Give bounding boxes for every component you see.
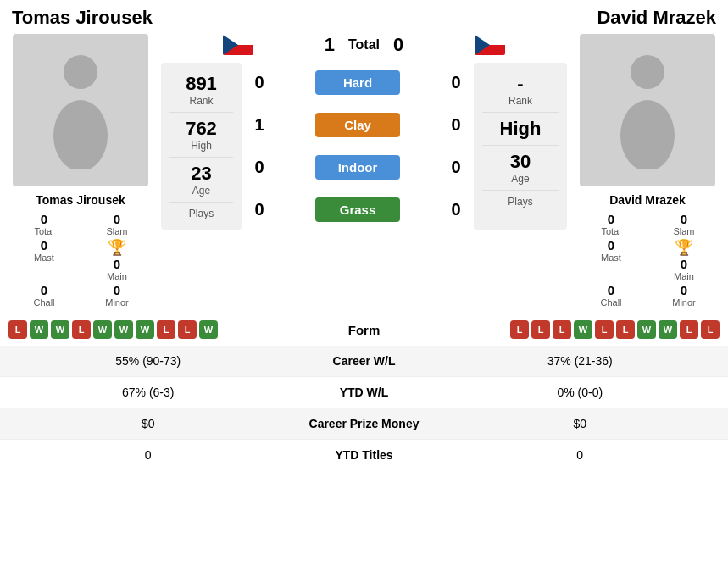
svg-point-0 — [64, 55, 97, 89]
hard-badge: Hard — [315, 70, 400, 95]
names-header: Tomas Jirousek David Mrazek — [0, 0, 728, 29]
form-badge-l: L — [510, 320, 529, 339]
form-badge-l: L — [531, 320, 550, 339]
right-form-badges: LLLWLLWWLL — [415, 320, 720, 339]
right-plays-stat: Plays — [482, 191, 559, 213]
indoor-badge: Indoor — [315, 155, 400, 180]
left-flag — [223, 35, 253, 55]
left-plays-stat: Plays — [169, 203, 233, 225]
svg-point-3 — [620, 100, 675, 169]
left-high-value: 762 — [186, 118, 217, 140]
left-player-name: Tomas Jirousek — [36, 193, 125, 207]
left-mast-cell: 0 Mast — [8, 238, 80, 281]
main-container: Tomas Jirousek David Mrazek Tomas Jirous… — [0, 0, 728, 470]
form-badge-l: L — [8, 320, 27, 339]
prize-row: $0 Career Prize Money $0 — [0, 408, 728, 440]
form-badge-l: L — [72, 320, 91, 339]
left-career-wl: 55% (90-73) — [8, 354, 288, 368]
right-total-score: 0 — [393, 34, 403, 56]
left-ytd-wl: 67% (6-3) — [8, 386, 288, 399]
svg-point-2 — [631, 55, 664, 89]
right-prize: $0 — [441, 417, 720, 430]
age-stat: 23 Age — [169, 158, 233, 203]
right-trophy-icon: 🏆 — [675, 238, 693, 257]
right-plays-label: Plays — [508, 196, 532, 208]
form-badge-w: W — [199, 320, 218, 339]
comparison-area: Tomas Jirousek 0 Total 0 Slam 0 Mast 🏆 0 — [0, 29, 728, 313]
form-badge-w: W — [51, 320, 69, 339]
left-rank-label: Rank — [189, 95, 213, 107]
right-player-name: David Mrazek — [609, 193, 685, 207]
clay-row: 1 Clay 0 — [247, 113, 469, 137]
total-label: Total — [348, 37, 380, 53]
left-prize: $0 — [8, 417, 288, 430]
center-panel: 1 Total 0 891 Ra — [161, 34, 567, 230]
right-mast-cell: 0 Mast — [575, 238, 647, 281]
right-player-title: David Mrazek — [597, 7, 716, 29]
left-titles: 0 — [8, 448, 288, 462]
form-badge-w: W — [93, 320, 112, 339]
left-age-label: Age — [192, 185, 210, 197]
stats-rows: 55% (90-73) Career W/L 37% (21-36) 67% (… — [0, 346, 728, 470]
right-total-cell: 0 Total — [575, 212, 647, 236]
right-ytd-wl: 0% (0-0) — [441, 386, 720, 399]
ytd-wl-row: 67% (6-3) YTD W/L 0% (0-0) — [0, 377, 728, 408]
left-trophy-cell: 🏆 0 Main — [81, 238, 153, 281]
form-badge-l: L — [553, 320, 571, 339]
right-titles: 0 — [441, 448, 720, 462]
right-age-label: Age — [511, 173, 529, 185]
form-badge-w: W — [30, 320, 48, 339]
left-flag-container — [161, 35, 316, 55]
surfaces-area: 891 Rank 762 High 23 Age Plays — [161, 63, 567, 230]
form-badge-l: L — [701, 320, 720, 339]
left-player-card: Tomas Jirousek 0 Total 0 Slam 0 Mast 🏆 0 — [8, 34, 153, 308]
left-form-badges: LWWLWWWLLW — [8, 320, 314, 339]
form-badge-w: W — [114, 320, 133, 339]
flags-total-row: 1 Total 0 — [161, 34, 567, 56]
right-chall-cell: 0 Chall — [575, 283, 647, 308]
form-badge-l: L — [178, 320, 197, 339]
form-badge-l: L — [680, 320, 698, 339]
left-chall-cell: 0 Chall — [8, 283, 80, 308]
prize-label: Career Prize Money — [288, 417, 441, 430]
indoor-row: 0 Indoor 0 — [247, 155, 469, 180]
form-badge-w: W — [637, 320, 656, 339]
high-stat: 762 High — [169, 113, 233, 158]
right-slam-cell: 0 Slam — [648, 212, 720, 236]
left-total-score: 1 — [325, 34, 335, 56]
right-trophy-cell: 🏆 0 Main — [648, 238, 720, 281]
ytd-wl-label: YTD W/L — [288, 386, 441, 399]
left-slam-cell: 0 Slam — [81, 212, 153, 236]
svg-point-1 — [53, 100, 108, 169]
form-label: Form — [314, 323, 415, 337]
form-badge-l: L — [157, 320, 175, 339]
form-badge-l: L — [616, 320, 635, 339]
left-avatar — [13, 34, 148, 186]
left-plays-label: Plays — [189, 208, 214, 219]
right-high-stat: High — [482, 113, 559, 146]
left-total-cell: 0 Total — [8, 212, 80, 236]
grass-badge: Grass — [315, 197, 400, 222]
right-age-stat: 30 Age — [482, 146, 559, 191]
right-minor-cell: 0 Minor — [648, 283, 720, 308]
right-high-value: High — [500, 118, 542, 140]
surface-buttons: 0 Hard 0 1 Clay 0 0 Indoor 0 — [247, 63, 469, 230]
titles-row: 0 YTD Titles 0 — [0, 440, 728, 470]
left-minor-cell: 0 Minor — [81, 283, 153, 308]
left-high-label: High — [191, 140, 212, 152]
rank-stat: 891 Rank — [169, 68, 233, 113]
right-rank-stat: - Rank — [482, 68, 559, 113]
left-stats-box: 891 Rank 762 High 23 Age Plays — [161, 63, 242, 230]
form-badge-l: L — [595, 320, 614, 339]
right-player-card: David Mrazek 0 Total 0 Slam 0 Mast 🏆 0 — [575, 34, 720, 308]
total-scores: 1 Total 0 — [325, 34, 404, 56]
right-rank-label: Rank — [508, 95, 532, 107]
right-flag-container — [412, 35, 567, 55]
form-row: LWWLWWWLLW Form LLLWLLWWLL — [0, 313, 728, 346]
grass-row: 0 Grass 0 — [247, 197, 469, 222]
left-trophy-icon: 🏆 — [108, 238, 126, 257]
career-wl-label: Career W/L — [288, 354, 441, 368]
right-stats-box: - Rank High 30 Age Plays — [474, 63, 567, 230]
career-wl-row: 55% (90-73) Career W/L 37% (21-36) — [0, 346, 728, 377]
titles-label: YTD Titles — [288, 448, 441, 462]
